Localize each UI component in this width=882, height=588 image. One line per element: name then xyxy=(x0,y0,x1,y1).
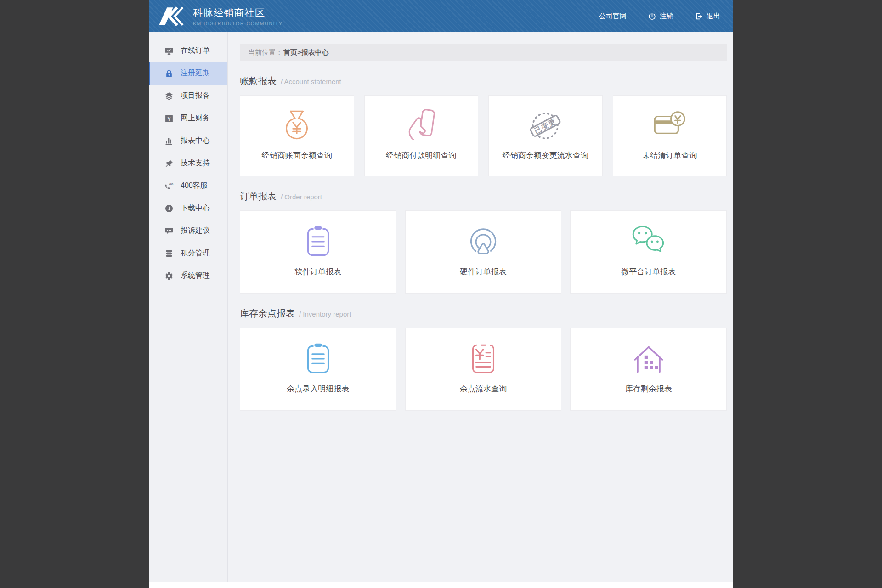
feedback-icon xyxy=(164,226,174,236)
header-link-label: 注销 xyxy=(660,12,673,21)
sidebar-item-9[interactable]: 积分管理 xyxy=(149,242,227,265)
main-content: 当前位置： 首页>报表中心 账款报表/ Account statement经销商… xyxy=(228,32,733,582)
app-logo: 科脉经销商社区 KM DISTRIBUTOR COMMUNITY xyxy=(159,6,283,26)
download-icon xyxy=(164,204,174,213)
report-card-label: 经销商账面余额查询 xyxy=(262,150,332,161)
report-section-2: 库存余点报表/ Inventory report余点录入明细报表余点流水查询库存… xyxy=(240,307,727,411)
yuan-doc-icon xyxy=(462,338,504,380)
sidebar-item-5[interactable]: 技术支持 xyxy=(149,152,227,175)
app-title: 科脉经销商社区 xyxy=(193,6,283,19)
header-link-2[interactable]: 退出 xyxy=(695,12,720,21)
sidebar-item-1[interactable]: 注册延期 xyxy=(149,62,227,85)
report-card[interactable]: 库存剩余报表 xyxy=(570,328,727,411)
logout-icon xyxy=(695,12,703,21)
header-link-label: 公司官网 xyxy=(599,12,627,21)
section-subtitle: / Inventory report xyxy=(299,310,351,318)
breadcrumb-prefix: 当前位置： xyxy=(248,48,283,57)
breadcrumb: 当前位置： 首页>报表中心 xyxy=(240,44,727,61)
clipboard-icon xyxy=(297,221,339,263)
sidebar-item-label: 技术支持 xyxy=(181,158,210,168)
sidebar-item-label: 下载中心 xyxy=(181,204,210,213)
sidebar-item-label: 在线订单 xyxy=(181,46,210,56)
section-title: 账款报表 xyxy=(240,75,277,87)
sidebar-item-label: 报表中心 xyxy=(181,136,210,146)
report-card[interactable]: 经销商账面余额查询 xyxy=(240,95,354,176)
sidebar-item-0[interactable]: 在线订单 xyxy=(149,40,227,62)
card-row: 软件订单报表硬件订单报表微平台订单报表 xyxy=(240,210,727,294)
app-header: 科脉经销商社区 KM DISTRIBUTOR COMMUNITY 公司官网注销退… xyxy=(149,0,733,32)
report-card[interactable]: 软件订单报表 xyxy=(240,210,396,294)
sidebar-item-label: 积分管理 xyxy=(181,249,210,258)
sidebar-item-7[interactable]: 下载中心 xyxy=(149,197,227,220)
report-section-0: 账款报表/ Account statement经销商账面余额查询经销商付款明细查… xyxy=(240,75,727,176)
header-link-label: 退出 xyxy=(707,12,720,21)
report-card[interactable]: 已变更经销商余额变更流水查询 xyxy=(488,95,603,176)
sidebar-nav: 在线订单注册延期项目报备¥网上财务报表中心技术支持400400客服下载中心投诉建… xyxy=(149,32,228,582)
sidebar-item-8[interactable]: 投诉建议 xyxy=(149,220,227,242)
svg-text:400: 400 xyxy=(169,182,174,185)
km-logo-icon xyxy=(159,6,186,26)
header-link-1[interactable]: 注销 xyxy=(648,12,673,21)
report-card[interactable]: 未结清订单查询 xyxy=(613,95,727,176)
sidebar-item-label: 投诉建议 xyxy=(181,226,210,236)
section-subtitle: / Account statement xyxy=(281,78,341,85)
lock-icon xyxy=(164,69,174,78)
report-sections: 账款报表/ Account statement经销商账面余额查询经销商付款明细查… xyxy=(240,75,727,411)
card-coin-icon xyxy=(649,105,691,147)
app-window: 科脉经销商社区 KM DISTRIBUTOR COMMUNITY 公司官网注销退… xyxy=(149,0,733,588)
radar-click-icon xyxy=(462,221,504,263)
report-card-label: 微平台订单报表 xyxy=(621,266,676,277)
report-card-label: 经销商付款明细查询 xyxy=(386,150,456,161)
report-card-label: 库存剩余报表 xyxy=(625,384,672,394)
phone-400-icon: 400 xyxy=(164,181,174,191)
sidebar-item-3[interactable]: ¥网上财务 xyxy=(149,107,227,130)
power-icon xyxy=(648,12,656,21)
header-links: 公司官网注销退出 xyxy=(599,12,720,21)
page-body: 在线订单注册延期项目报备¥网上财务报表中心技术支持400400客服下载中心投诉建… xyxy=(149,32,733,582)
section-title: 库存余点报表 xyxy=(240,307,295,320)
section-title: 订单报表 xyxy=(240,190,277,203)
sidebar-item-label: 网上财务 xyxy=(181,113,210,123)
sidebar-item-10[interactable]: 系统管理 xyxy=(149,265,227,287)
sidebar-item-2[interactable]: 项目报备 xyxy=(149,85,227,107)
card-row: 余点录入明细报表余点流水查询库存剩余报表 xyxy=(240,328,727,411)
report-card[interactable]: 经销商付款明细查询 xyxy=(364,95,479,176)
report-card-label: 余点流水查询 xyxy=(460,384,507,394)
app-subtitle: KM DISTRIBUTOR COMMUNITY xyxy=(193,21,283,26)
header-link-0[interactable]: 公司官网 xyxy=(599,12,627,21)
page-bottom-strip xyxy=(149,582,733,588)
money-bag-icon xyxy=(276,105,318,147)
report-card-label: 未结清订单查询 xyxy=(642,150,697,161)
sidebar-item-label: 注册延期 xyxy=(181,68,210,78)
svg-text:¥: ¥ xyxy=(168,115,171,121)
yuan-square-icon: ¥ xyxy=(164,114,174,123)
card-row: 经销商账面余额查询经销商付款明细查询已变更经销商余额变更流水查询未结清订单查询 xyxy=(240,95,727,176)
hand-card-icon xyxy=(400,105,442,147)
changed-stamp-icon: 已变更 xyxy=(524,105,566,147)
layers-icon xyxy=(164,91,174,101)
report-card-label: 硬件订单报表 xyxy=(460,266,507,277)
sidebar-item-label: 系统管理 xyxy=(181,271,210,281)
report-card-label: 余点录入明细报表 xyxy=(287,384,349,394)
clipboard-icon xyxy=(297,338,339,380)
sidebar-item-6[interactable]: 400400客服 xyxy=(149,175,227,197)
report-card[interactable]: 余点录入明细报表 xyxy=(240,328,396,411)
report-card[interactable]: 硬件订单报表 xyxy=(405,210,562,294)
gear-icon xyxy=(164,271,174,281)
sidebar-item-label: 400客服 xyxy=(181,181,208,191)
pushpin-icon xyxy=(164,159,174,168)
sidebar-item-4[interactable]: 报表中心 xyxy=(149,130,227,152)
wechat-icon xyxy=(628,221,670,263)
sidebar-item-label: 项目报备 xyxy=(181,91,210,101)
section-subtitle: / Order report xyxy=(281,193,322,201)
breadcrumb-path: 首页>报表中心 xyxy=(283,48,329,57)
report-card[interactable]: 余点流水查询 xyxy=(405,328,562,411)
coins-icon xyxy=(164,249,174,258)
report-section-1: 订单报表/ Order report软件订单报表硬件订单报表微平台订单报表 xyxy=(240,190,727,294)
report-card[interactable]: 微平台订单报表 xyxy=(570,210,727,294)
report-card-label: 软件订单报表 xyxy=(294,266,341,277)
monitor-check-icon xyxy=(164,46,174,56)
bar-chart-icon xyxy=(164,136,174,146)
report-card-label: 经销商余额变更流水查询 xyxy=(503,150,588,161)
warehouse-icon xyxy=(628,338,670,380)
